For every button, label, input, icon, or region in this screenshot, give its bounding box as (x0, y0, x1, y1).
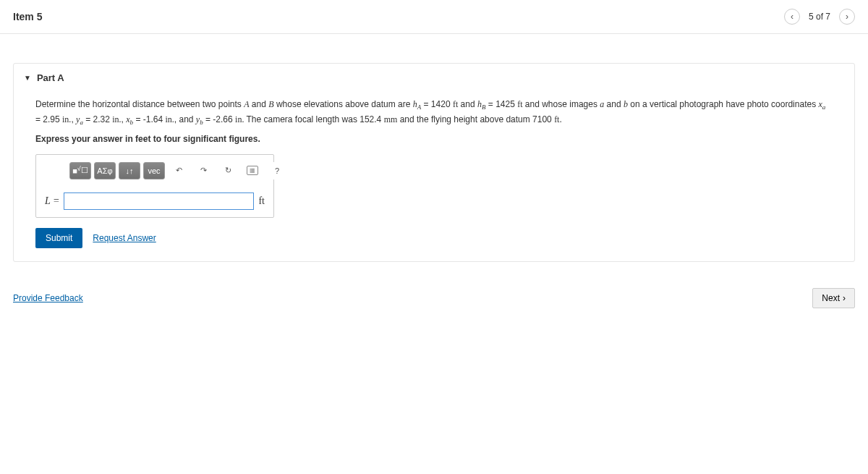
next-item-button[interactable]: › (839, 9, 855, 25)
reset-button[interactable]: ↻ (217, 162, 239, 179)
part-container: ▼ Part A Determine the horizontal distan… (13, 63, 855, 262)
item-position: 5 of 7 (809, 12, 830, 22)
templates-button[interactable]: ■√☐ (69, 162, 91, 179)
next-button[interactable]: Next › (812, 288, 855, 308)
chevron-left-icon: ‹ (791, 12, 793, 22)
equation-toolbar: ■√☐ ΑΣφ ↓↑ vec ↶ ↷ ↻ ▦ ? (69, 162, 265, 179)
chevron-right-icon: › (846, 12, 848, 22)
answer-variable-label: L = (45, 195, 59, 207)
caret-down-icon: ▼ (24, 74, 31, 82)
reset-icon: ↻ (225, 166, 231, 175)
undo-button[interactable]: ↶ (168, 162, 190, 179)
greek-button[interactable]: ΑΣφ (94, 162, 116, 179)
request-answer-link[interactable]: Request Answer (93, 233, 156, 243)
redo-button[interactable]: ↷ (192, 162, 214, 179)
next-label: Next (822, 293, 840, 303)
answer-input[interactable] (64, 192, 254, 210)
part-label: Part A (37, 72, 64, 83)
prev-item-button[interactable]: ‹ (784, 9, 800, 25)
redo-icon: ↷ (200, 166, 207, 175)
keyboard-button[interactable]: ▦ (242, 162, 263, 179)
answer-box: ■√☐ ΑΣφ ↓↑ vec ↶ ↷ ↻ ▦ ? (35, 154, 274, 218)
answer-unit: ft (258, 195, 265, 207)
part-header[interactable]: ▼ Part A (14, 64, 854, 92)
vec-button[interactable]: vec (143, 162, 165, 179)
help-button[interactable]: ? (266, 162, 288, 179)
scripts-button[interactable]: ↓↑ (119, 162, 140, 179)
problem-statement: Determine the horizontal distance betwee… (35, 98, 833, 128)
undo-icon: ↶ (176, 166, 182, 175)
answer-instruction: Express your answer in feet to four sign… (35, 134, 833, 144)
submit-button[interactable]: Submit (35, 228, 82, 248)
chevron-right-icon: › (843, 293, 846, 303)
item-navigation: ‹ 5 of 7 › (784, 9, 855, 25)
keyboard-icon: ▦ (247, 166, 258, 175)
provide-feedback-link[interactable]: Provide Feedback (13, 293, 83, 303)
item-title: Item 5 (13, 11, 42, 22)
